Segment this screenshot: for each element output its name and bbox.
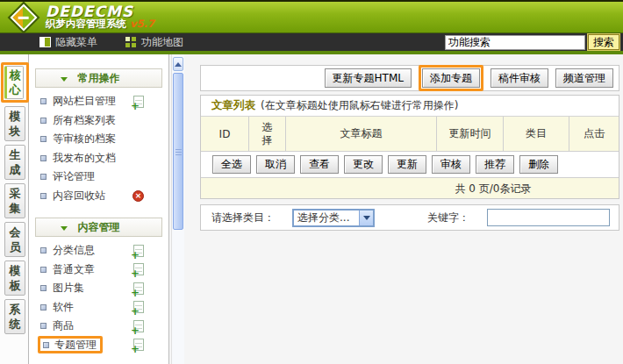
sidebar-item-pending-archives[interactable]: 等审核的档案 <box>29 130 168 149</box>
bullet-icon <box>40 136 47 142</box>
channel-manage-button[interactable]: 频道管理 <box>555 68 613 88</box>
sidebar-item-site-column-manage[interactable]: 网站栏目管理 + <box>29 92 168 111</box>
sidebar-item-special-topic-manage[interactable]: 专题管理 + <box>29 336 168 355</box>
sidebar-item-recycle-bin[interactable]: 内容回收站 × <box>29 187 168 206</box>
bullet-icon <box>40 285 47 291</box>
column-header-update-time: 更新时间 <box>437 117 504 151</box>
delete-button[interactable]: 删除 <box>519 155 558 174</box>
section-header-content-manage[interactable]: 内容管理 <box>35 218 162 237</box>
function-map-label: 功能地图 <box>141 35 183 50</box>
bullet-icon <box>40 155 47 161</box>
category-select-value: 选择分类... <box>294 211 359 225</box>
column-header-select: 选择 <box>249 117 286 151</box>
annotation-box-add-topic: 添加专题 <box>419 65 483 91</box>
bullet-icon <box>40 98 47 104</box>
function-search-input[interactable] <box>445 35 585 50</box>
category-select-label: 请选择类目： <box>211 211 275 225</box>
bullet-icon <box>40 247 47 253</box>
select-all-button[interactable]: 全选 <box>212 155 251 174</box>
module-tab-column: 核心 模块 生成 采集 会员 模板 系统 <box>0 54 29 364</box>
bullet-icon <box>43 342 49 348</box>
manuscript-review-button[interactable]: 稿件审核 <box>491 68 548 88</box>
doc-add-icon[interactable]: + <box>133 245 144 257</box>
sidebar-item-all-archives[interactable]: 所有档案列表 <box>29 111 168 131</box>
menu-bar: 隐藏菜单 功能地图 搜索 <box>0 33 623 51</box>
sidebar-item-my-documents[interactable]: 我发布的文档 <box>29 149 168 168</box>
add-topic-button[interactable]: 添加专题 <box>422 68 480 88</box>
scrollbar-grip-icon <box>175 149 182 155</box>
tab-member[interactable]: 会员 <box>4 222 25 257</box>
annotation-box-special-topic: 专题管理 <box>38 336 103 353</box>
article-list-title: 文章列表 <box>211 98 255 113</box>
scrollbar-thumb[interactable] <box>173 73 183 230</box>
sidebar-item-classified-info[interactable]: 分类信息 + <box>29 241 168 261</box>
doc-add-icon[interactable]: + <box>133 282 144 295</box>
keyword-label: 关键字： <box>427 211 469 225</box>
bullet-icon <box>40 323 47 329</box>
scrollbar-up-button[interactable] <box>173 57 183 71</box>
dedecms-admin-screen: DEDECMS 织梦内容管理系统 v5.7 隐藏菜单 功能地图 搜索 核心 <box>0 0 623 364</box>
tab-generate[interactable]: 生成 <box>4 145 25 180</box>
vertical-scrollbar[interactable] <box>171 54 184 364</box>
tab-template[interactable]: 模板 <box>4 261 25 296</box>
column-header-clicks: 点击 <box>569 117 619 151</box>
doc-add-icon[interactable]: + <box>133 339 144 351</box>
common-operations-list: 网站栏目管理 + 所有档案列表 等审核的档案 我发布的文档 评论管理 <box>29 92 168 205</box>
doc-add-icon[interactable]: + <box>133 263 144 275</box>
record-count-label: 共 0 页/0条记录 <box>201 177 619 198</box>
sidebar-item-software[interactable]: 软件 + <box>29 298 168 318</box>
doc-add-icon[interactable]: + <box>133 320 144 332</box>
topic-toolbar: 更新专题HTML 添加专题 稿件审核 频道管理 <box>200 65 619 91</box>
section-header-common-operations[interactable]: 常用操作 <box>35 68 162 88</box>
sidebar-item-image-gallery[interactable]: 图片集 + <box>29 279 168 298</box>
logo-subtitle: 织梦内容管理系统 <box>46 18 126 30</box>
hide-menu-label: 隐藏菜单 <box>55 35 97 50</box>
search-button[interactable]: 搜索 <box>588 34 619 50</box>
update-button[interactable]: 更新 <box>388 155 426 174</box>
cancel-button[interactable]: 取消 <box>256 155 295 174</box>
review-button[interactable]: 审核 <box>432 155 470 174</box>
version-label: v5.7 <box>130 18 154 30</box>
function-map-icon <box>125 37 137 47</box>
tab-module[interactable]: 模块 <box>4 106 25 141</box>
article-list-hint: (在文章标题处使用鼠标右键进行常用操作) <box>261 98 458 113</box>
logo-text: DEDECMS 织梦内容管理系统 v5.7 <box>46 4 154 30</box>
list-action-buttons-row: 全选 取消 查看 更改 更新 审核 推荐 删除 <box>201 152 619 177</box>
collapse-arrow-icon <box>61 77 68 82</box>
logo: DEDECMS 织梦内容管理系统 v5.7 <box>0 4 154 30</box>
table-header-row: ID 选择 文章标题 更新时间 类目 点击 <box>201 117 619 152</box>
bullet-icon <box>40 174 47 180</box>
keyword-input[interactable] <box>487 209 610 226</box>
category-select[interactable]: 选择分类... <box>292 209 375 227</box>
hide-menu-icon <box>39 37 51 47</box>
function-map-button[interactable]: 功能地图 <box>125 35 183 50</box>
select-dropdown-arrow-icon[interactable] <box>359 211 373 225</box>
bullet-icon <box>40 193 47 199</box>
bullet-icon <box>40 304 47 310</box>
collapse-arrow-icon <box>61 226 68 231</box>
recycle-icon[interactable]: × <box>132 190 144 202</box>
function-search-area: 搜索 <box>445 34 623 50</box>
dedecms-logo-icon <box>10 4 37 31</box>
tab-system[interactable]: 系统 <box>4 299 25 334</box>
header: DEDECMS 织梦内容管理系统 v5.7 <box>0 0 623 33</box>
sidebar-item-product[interactable]: 商品 + <box>29 317 168 336</box>
bullet-icon <box>40 118 47 124</box>
doc-add-icon[interactable]: + <box>133 301 144 313</box>
recommend-button[interactable]: 推荐 <box>476 155 514 174</box>
modify-button[interactable]: 更改 <box>344 155 383 174</box>
tab-collect[interactable]: 采集 <box>4 183 25 218</box>
column-header-id: ID <box>201 117 249 151</box>
view-button[interactable]: 查看 <box>300 155 339 174</box>
sidebar-item-comment-manage[interactable]: 评论管理 <box>29 168 168 187</box>
sidebar-item-normal-article[interactable]: 普通文章 + <box>29 261 168 280</box>
hide-menu-button[interactable]: 隐藏菜单 <box>39 35 97 50</box>
tab-core[interactable]: 核心 <box>4 66 24 99</box>
sidebar: 常用操作 网站栏目管理 + 所有档案列表 等审核的档案 我 <box>29 54 169 364</box>
bullet-icon <box>40 267 47 273</box>
article-list-title-row: 文章列表 (在文章标题处使用鼠标右键进行常用操作) <box>201 96 619 117</box>
content-manage-list: 分类信息 + 普通文章 + 图片集 + 软件 + <box>29 241 168 354</box>
logo-title: DEDECMS <box>46 4 154 18</box>
update-topic-html-button[interactable]: 更新专题HTML <box>325 68 412 88</box>
doc-add-icon[interactable]: + <box>133 96 144 108</box>
